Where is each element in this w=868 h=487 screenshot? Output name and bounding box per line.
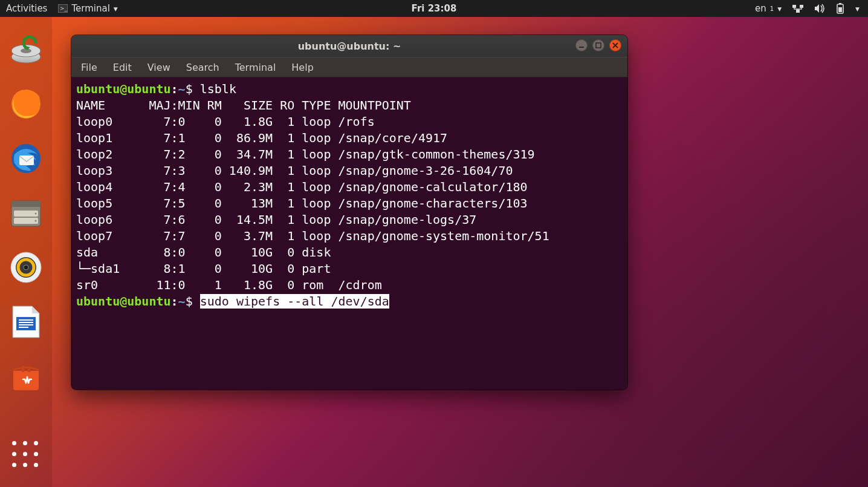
lsblk-row: loop5 7:5 0 13M 1 loop /snap/gnome-chara… [76,196,528,211]
ubuntu-software-icon [10,360,42,393]
lsblk-row: └─sda1 8:1 0 10G 0 part [76,261,338,276]
dot-icon [34,452,38,456]
terminal-window: ubuntu@ubuntu: ~ File Edit View Search T… [71,35,627,390]
dot-icon [34,463,38,467]
svg-point-23 [24,265,28,270]
prompt-user: ubuntu@ubuntu [76,82,171,96]
svg-rect-17 [14,218,38,224]
command-text: lsblk [200,82,236,96]
battery-icon [836,3,844,14]
window-minimize-button[interactable] [575,39,588,51]
menu-help[interactable]: Help [291,62,313,73]
rhythmbox-icon [10,251,42,284]
lang-label: en [755,3,766,14]
clock[interactable]: Fri 23:08 [412,3,457,14]
svg-point-19 [35,220,37,222]
thunderbird-icon [10,142,42,175]
lsblk-row: loop7 7:7 0 3.7M 1 loop /snap/gnome-syst… [76,229,549,243]
window-maximize-button[interactable] [592,39,604,51]
network-icon [792,4,803,13]
dot-icon [23,441,27,445]
chevron-down-icon: ▼ [114,6,118,12]
svg-rect-29 [22,366,24,372]
lsblk-row: loop4 7:4 0 2.3M 1 loop /snap/gnome-calc… [76,180,528,194]
show-applications-button[interactable] [12,441,40,469]
lsblk-row: sr0 11:0 1 1.8G 0 rom /cdrom [76,278,382,292]
chevron-down-icon: ▼ [777,6,782,12]
lsblk-row: sda 8:0 0 10G 0 disk [76,245,338,260]
dock-item-thunderbird[interactable] [9,142,43,175]
dot-icon [12,463,16,467]
firefox-icon [10,88,42,120]
terminal-body[interactable]: ubuntu@ubuntu:~$ lsblk NAME MAJ:MIN RM S… [71,77,627,390]
dot-icon [34,441,38,445]
activities-button[interactable]: Activities [6,3,47,14]
menu-search[interactable]: Search [186,62,219,73]
app-menu-label: Terminal [71,3,109,14]
dot-icon [23,452,27,456]
menu-terminal[interactable]: Terminal [235,62,276,73]
network-indicator[interactable] [792,4,803,13]
dot-icon [12,452,16,456]
terminal-icon: >_ [58,4,68,13]
app-menu[interactable]: >_ Terminal ▼ [58,3,117,14]
svg-rect-13 [19,155,34,165]
menu-edit[interactable]: Edit [113,62,132,73]
input-source-indicator[interactable]: en1 ▼ [755,3,782,14]
top-bar: Activities >_ Terminal ▼ Fri 23:08 en1 ▼… [0,0,868,17]
svg-rect-24 [16,317,36,330]
svg-rect-27 [19,324,33,325]
svg-rect-2 [792,5,796,8]
lsblk-row: loop3 7:3 0 140.9M 1 loop /snap/gnome-3-… [76,163,513,178]
dock-item-rhythmbox[interactable] [9,250,43,284]
svg-rect-16 [14,211,38,217]
chevron-down-icon: ▼ [855,6,860,12]
command-text-highlighted: sudo wipefs --all /dev/sda [200,294,389,309]
prompt-dollar: $ [186,294,200,309]
svg-rect-15 [11,201,40,207]
close-icon [612,42,618,48]
svg-point-18 [35,213,37,215]
volume-indicator[interactable] [814,4,825,13]
maximize-icon [595,42,601,48]
clock-label: Fri 23:08 [412,3,457,14]
minimize-icon [578,42,585,48]
prompt-user: ubuntu@ubuntu [76,294,171,309]
prompt-path: ~ [178,82,186,96]
prompt-sep: : [171,82,178,96]
prompt-sep: : [171,294,178,309]
dock-item-software[interactable] [9,359,43,393]
prompt-path: ~ [178,294,186,309]
svg-text:>_: >_ [60,5,68,11]
svg-rect-4 [796,10,800,13]
files-icon [9,196,43,230]
svg-rect-7 [838,7,842,12]
svg-rect-32 [596,43,601,48]
window-close-button[interactable] [609,39,621,51]
dock-item-files[interactable] [9,196,43,230]
window-titlebar[interactable]: ubuntu@ubuntu: ~ [71,35,627,57]
lsblk-row: loop2 7:2 0 34.7M 1 loop /snap/gtk-commo… [76,147,535,162]
libreoffice-writer-icon [10,305,42,339]
dock-item-writer[interactable] [9,305,43,339]
battery-indicator[interactable] [836,3,844,14]
svg-rect-3 [800,5,803,8]
svg-rect-26 [19,322,33,323]
dock-item-firefox[interactable] [9,87,43,121]
lsblk-row: loop0 7:0 0 1.8G 1 loop /rofs [76,114,375,129]
menu-file[interactable]: File [81,62,97,73]
lsblk-row: loop1 7:1 0 86.9M 1 loop /snap/core/4917 [76,131,447,145]
dot-icon [12,441,16,445]
prompt-dollar: $ [186,82,200,96]
system-menu[interactable]: ▼ [855,5,860,11]
activities-label: Activities [6,3,47,14]
volume-icon [814,4,825,13]
svg-rect-28 [19,327,28,328]
dot-icon [23,463,27,467]
svg-rect-30 [28,366,30,372]
install-ubuntu-icon [9,33,43,67]
svg-rect-6 [839,3,841,4]
dock-item-install[interactable] [9,33,43,67]
svg-rect-31 [579,47,584,48]
menu-view[interactable]: View [147,62,170,73]
